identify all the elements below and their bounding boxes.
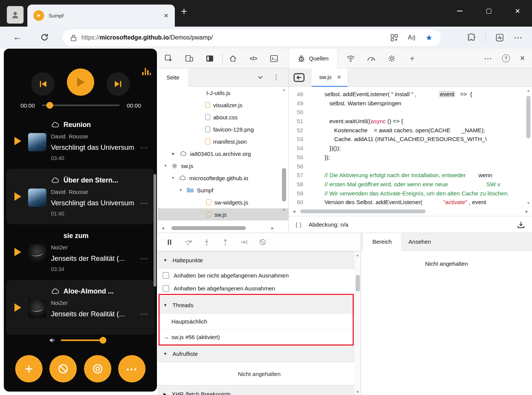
- scroll-left-icon[interactable]: ◀: [162, 226, 164, 230]
- line-number[interactable]: 50: [289, 108, 311, 117]
- file-tree-item[interactable]: ▶ ia803401.us.archive.org: [158, 148, 288, 160]
- tab-close-icon[interactable]: ✕: [164, 12, 169, 19]
- line-number[interactable]: 58: [289, 180, 311, 189]
- tab-scope[interactable]: Bereich: [363, 233, 401, 251]
- editor-tab-swjs[interactable]: sw.js ✕: [312, 68, 347, 87]
- scroll-down-icon[interactable]: ▼: [282, 208, 286, 212]
- line-number[interactable]: 52: [289, 126, 311, 135]
- chevron-down-icon[interactable]: [258, 76, 263, 79]
- file-tree-item[interactable]: I-J-utils.js: [158, 87, 288, 99]
- song-menu-icon[interactable]: ⋯: [136, 198, 149, 208]
- scrollbar-thumb[interactable]: [282, 168, 286, 201]
- tree-expand-icon[interactable]: ▶: [172, 152, 177, 155]
- file-tree-item[interactable]: manifest.json: [158, 135, 288, 148]
- line-number[interactable]: 53: [289, 135, 311, 144]
- add-songs-button[interactable]: +: [15, 355, 43, 382]
- next-button[interactable]: [106, 72, 130, 96]
- song-play-icon[interactable]: [14, 137, 23, 145]
- tool-network-button[interactable]: [345, 52, 356, 65]
- step-into-button[interactable]: [203, 238, 211, 246]
- tool-console-button[interactable]: [268, 52, 280, 65]
- slash-circle-button[interactable]: [49, 355, 77, 382]
- new-tab-button[interactable]: +: [181, 5, 187, 17]
- deactivate-breakpoints-button[interactable]: [258, 238, 267, 246]
- site-info-icon[interactable]: [70, 34, 77, 41]
- song-menu-icon[interactable]: ⋯: [136, 254, 149, 263]
- editor-horizontal-scrollbar[interactable]: ◀ ▶: [289, 207, 532, 216]
- customize-devtools-button[interactable]: ⋯: [484, 54, 492, 63]
- volume-slider[interactable]: [61, 339, 106, 341]
- back-button[interactable]: ←: [13, 32, 22, 42]
- help-button[interactable]: ?: [502, 54, 510, 62]
- file-tree-item[interactable]: ▼ Sumpf: [158, 184, 288, 196]
- apps-button[interactable]: [388, 34, 401, 42]
- line-number[interactable]: 57: [289, 171, 311, 180]
- tree-expand-icon[interactable]: ▼: [171, 176, 176, 180]
- tab-watch[interactable]: Ansehen: [408, 238, 431, 245]
- favorite-star-icon[interactable]: ★: [423, 33, 435, 42]
- playlist-item[interactable]: sie zum Noi2er Jenseits der Realität (..…: [6, 224, 155, 280]
- song-menu-icon[interactable]: ⋯: [136, 309, 149, 319]
- play-button[interactable]: [67, 68, 94, 96]
- thread-item-main[interactable]: Hauptsächlich: [158, 314, 361, 330]
- more-menu-button[interactable]: ⋯: [118, 355, 146, 382]
- seek-slider[interactable]: [42, 105, 120, 106]
- tool-home-button[interactable]: [227, 52, 239, 65]
- file-tree-item[interactable]: sw.js: [158, 208, 288, 221]
- tab-sources[interactable]: Quellen: [289, 49, 337, 68]
- step-button[interactable]: [240, 238, 248, 246]
- minimize-button[interactable]: [445, 0, 474, 22]
- window-close-button[interactable]: ✕: [503, 0, 532, 22]
- section-expand-icon[interactable]: ▼: [163, 303, 167, 307]
- playlist-item[interactable]: Aloe-Almond ... Noi2er Jenseits der Real…: [6, 280, 155, 335]
- file-tree-item[interactable]: sw-widgets.js: [158, 196, 288, 208]
- checkbox[interactable]: [163, 285, 169, 292]
- refresh-button[interactable]: [40, 33, 49, 41]
- editor-tab-close-icon[interactable]: ✕: [337, 74, 342, 80]
- section-expand-icon[interactable]: ▶: [163, 392, 166, 395]
- tree-vertical-scrollbar[interactable]: ▲ ▼: [281, 87, 287, 223]
- settings-gear-button[interactable]: [386, 52, 397, 65]
- activity-bar-button[interactable]: [204, 52, 215, 65]
- file-tree-item[interactable]: favicon-128.png: [158, 123, 288, 135]
- line-number[interactable]: 59: [289, 189, 311, 198]
- scrollbar-thumb[interactable]: [356, 275, 360, 292]
- scroll-right-icon[interactable]: ▶: [271, 226, 274, 230]
- editor-vertical-scrollbar[interactable]: ▲ ▼: [526, 88, 531, 205]
- extensions-button[interactable]: [467, 33, 475, 42]
- tree-horizontal-scrollbar[interactable]: ◀ ▶: [158, 224, 288, 233]
- tree-expand-icon[interactable]: ▼: [164, 164, 168, 168]
- tab-page[interactable]: Seite: [158, 68, 188, 87]
- section-callstack[interactable]: ▼ Aufrufliste: [158, 345, 361, 362]
- tool-elements-button[interactable]: </>: [248, 52, 259, 65]
- line-number[interactable]: 55: [289, 153, 311, 162]
- file-tree-item[interactable]: visualizer.js: [158, 99, 288, 111]
- scrollbar-thumb[interactable]: [300, 209, 426, 213]
- read-aloud-button[interactable]: A: [405, 34, 418, 41]
- checkbox[interactable]: [163, 272, 169, 279]
- pause-button[interactable]: [165, 238, 174, 246]
- url-text[interactable]: https://microsoftedge.github.io/Demos/pw…: [81, 34, 383, 41]
- volume-icon[interactable]: [49, 337, 56, 344]
- breakpoint-option-caught[interactable]: Anhalten bei abgefangenen Ausnahmen: [158, 282, 361, 295]
- line-number[interactable]: 54: [289, 144, 311, 153]
- seek-handle[interactable]: [46, 102, 53, 109]
- scrollbar-thumb[interactable]: [171, 226, 246, 230]
- section-xhr-breakpoints[interactable]: ▶ XHR /fetch Breakpoints: [158, 385, 361, 395]
- tree-expand-icon[interactable]: ▼: [179, 188, 184, 192]
- record-button[interactable]: [84, 355, 111, 382]
- code-editor[interactable]: 48 selbst. addEventListener( " install "…: [289, 87, 532, 207]
- add-tool-button[interactable]: +: [407, 52, 418, 65]
- scroll-up-icon[interactable]: ▲: [527, 88, 530, 93]
- step-over-button[interactable]: [184, 238, 192, 246]
- playlist-scrollbar[interactable]: [154, 174, 156, 287]
- download-button[interactable]: [517, 221, 525, 228]
- section-breakpoints[interactable]: ▼ Haltepunkte: [158, 251, 361, 269]
- address-bar[interactable]: https://microsoftedge.github.io/Demos/pw…: [63, 29, 441, 46]
- device-toolbar-button[interactable]: [184, 52, 195, 65]
- song-play-icon[interactable]: [14, 192, 23, 201]
- file-tree-item[interactable]: about.css: [158, 111, 288, 123]
- line-number[interactable]: 49: [289, 99, 311, 108]
- close-devtools-button[interactable]: ✕: [520, 54, 525, 62]
- section-expand-icon[interactable]: ▼: [163, 352, 167, 356]
